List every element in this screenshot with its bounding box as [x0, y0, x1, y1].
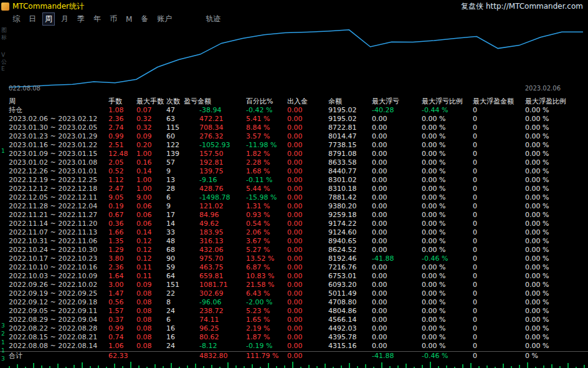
table-cell: 24 — [166, 342, 184, 351]
table-row[interactable]: 2022.11.14 ~ 2022.11.200.360.061449.620.… — [0, 220, 588, 228]
brand-link[interactable]: 复盘侠 http://MTCommander.com — [461, 1, 583, 12]
table-cell: 9 — [166, 167, 184, 176]
table-cell: 0.00 % — [422, 316, 473, 324]
table-cell: 2.19 % — [246, 324, 287, 333]
table-row[interactable]: 2022.12.26 ~ 2023.01.010.520.149139.751.… — [0, 167, 588, 176]
table-cell: 157.50 — [184, 150, 246, 158]
table-cell: 0.00 — [287, 202, 328, 211]
table-row[interactable]: 2022.12.12 ~ 2022.12.182.471.0028428.765… — [0, 185, 588, 193]
table-cell: 0 — [473, 342, 525, 351]
table-cell: 5.44 % — [246, 185, 287, 193]
table-row[interactable]: 2022.10.24 ~ 2022.10.301.290.1268432.065… — [0, 246, 588, 254]
table-row[interactable]: 2022.08.08 ~ 2022.08.141.060.0824-8.12-0… — [0, 342, 588, 351]
tab-summary[interactable]: 综 — [10, 12, 22, 26]
table-row[interactable]: 2022.09.12 ~ 2022.09.180.560.088-96.06-2… — [0, 298, 588, 307]
table-row[interactable]: 2022.09.19 ~ 2022.09.251.470.0822302.696… — [0, 289, 588, 298]
table-cell: 6093.20 — [328, 281, 372, 289]
table-cell: 1.64 — [108, 272, 136, 281]
table-cell: 1.87 % — [246, 333, 287, 342]
tick — [446, 366, 447, 368]
table-row[interactable]: 2022.11.28 ~ 2022.12.040.190.069121.021.… — [0, 202, 588, 211]
table-cell: 1.65 % — [246, 316, 287, 324]
table-row[interactable]: 2022.10.10 ~ 2022.10.162.360.1159463.756… — [0, 263, 588, 272]
table-row[interactable]: 2022.08.22 ~ 2022.08.280.990.081696.252.… — [0, 324, 588, 333]
table-cell: 0.00 % — [525, 272, 588, 281]
table-row[interactable]: 2023.01.23 ~ 2023.01.290.990.0960276.323… — [0, 132, 588, 141]
tab-month[interactable]: 月 — [59, 12, 71, 26]
table-cell: 0.00 — [372, 342, 422, 351]
table-cell: 276.32 — [184, 132, 246, 141]
table-row[interactable]: 2022.09.05 ~ 2022.09.111.570.0824238.725… — [0, 307, 588, 316]
table-row[interactable]: 2022.12.19 ~ 2022.12.251.121.0013-9.16-0… — [0, 176, 588, 185]
table-cell: 0 % — [525, 352, 588, 361]
table-row[interactable]: 持仓1.080.0747-38.94-0.42 %0.009195.02-40.… — [0, 106, 588, 115]
table-cell: 2022.09.26 ~ 2022.10.02 — [9, 281, 108, 289]
table-row[interactable]: 2023.02.06 ~ 2023.02.122.360.3263472.215… — [0, 115, 588, 123]
table-cell: 2023.01.16 ~ 2023.01.22 — [9, 141, 108, 150]
table-cell: 0.36 — [108, 220, 136, 228]
table-cell: 0.00 % — [422, 220, 473, 228]
table-cell: 2022.09.19 ~ 2022.09.25 — [9, 289, 108, 298]
total-row: 合计62.334832.80111.79 %0.00-41.88-0.46 %0… — [0, 351, 588, 360]
tab-quarter[interactable]: 季 — [75, 12, 87, 26]
table-cell: 0 — [473, 167, 525, 176]
table-cell: 0.00 — [372, 324, 422, 333]
table-cell: 13 — [166, 176, 184, 185]
table-cell: 1.31 % — [246, 202, 287, 211]
table-cell: 0.00 % — [422, 298, 473, 307]
table-cell: -1052.93 — [184, 141, 246, 150]
table-row[interactable]: 2023.01.16 ~ 2023.01.222.510.20122-1052.… — [0, 141, 588, 150]
tick — [41, 366, 42, 368]
table-row[interactable]: 2022.12.05 ~ 2022.12.119.059.006-1498.78… — [0, 193, 588, 202]
table-row[interactable]: 2022.10.17 ~ 2022.10.233.800.1290975.701… — [0, 254, 588, 263]
table-cell: 0.00 % — [422, 246, 473, 254]
table-cell: 0 — [473, 324, 525, 333]
table-cell: 1.06 — [108, 342, 136, 351]
tick — [292, 362, 293, 368]
table-cell: 80.62 — [184, 333, 246, 342]
table-row[interactable]: 2022.08.29 ~ 2022.09.040.370.08674.111.6… — [0, 316, 588, 324]
tab-account[interactable]: 账户 — [154, 12, 174, 26]
table-cell: 0.00 % — [422, 324, 473, 333]
column-header: 出入金 — [287, 97, 328, 106]
table-cell: 0 — [473, 123, 525, 132]
table-cell: 0.00 % — [422, 237, 473, 246]
table-cell: 428.76 — [184, 185, 246, 193]
table-row[interactable]: 2022.11.07 ~ 2022.11.131.660.1433183.952… — [0, 228, 588, 237]
table-cell: 0.00 % — [525, 202, 588, 211]
table-cell: 22 — [166, 289, 184, 298]
table-cell: 0.20 — [136, 141, 166, 150]
table-cell: 0.14 — [136, 167, 166, 176]
table-row[interactable]: 2022.08.15 ~ 2022.08.210.740.081680.621.… — [0, 333, 588, 342]
table-row[interactable]: 2023.01.09 ~ 2023.01.1512.481.00139157.5… — [0, 150, 588, 158]
equity-chart[interactable]: 022.08.08 2023.02.06 — [0, 26, 588, 92]
tab-memo[interactable]: 备 — [138, 12, 151, 26]
table-row[interactable]: 2022.10.03 ~ 2022.10.091.640.1164659.811… — [0, 272, 588, 281]
tab-year[interactable]: 年 — [91, 12, 103, 26]
table-cell: 0 — [473, 132, 525, 141]
table-cell: 0.00 — [372, 158, 422, 167]
table-cell: 0.12 — [136, 246, 166, 254]
table-row[interactable]: 2022.09.26 ~ 2022.10.023.000.091511081.7… — [0, 281, 588, 289]
table-cell: 151 — [166, 281, 184, 289]
table-cell — [136, 352, 166, 361]
tab-m[interactable]: M — [123, 14, 135, 25]
table-cell: 0.00 — [372, 123, 422, 132]
tab-week[interactable]: 周 — [42, 12, 55, 26]
table-row[interactable]: 2023.01.02 ~ 2023.01.082.050.1657192.812… — [0, 158, 588, 167]
table-row[interactable]: 2023.01.30 ~ 2023.02.052.740.32115708.34… — [0, 123, 588, 132]
table-row[interactable]: 2022.10.31 ~ 2022.11.061.350.1248316.133… — [0, 237, 588, 246]
tab-day[interactable]: 日 — [26, 12, 39, 26]
table-cell: 0 — [473, 115, 525, 123]
tick — [527, 362, 528, 368]
table-cell: 0.00 — [287, 324, 328, 333]
column-header: 手数 — [108, 97, 136, 106]
table-cell: 183.95 — [184, 228, 246, 237]
table-row[interactable]: 2022.11.21 ~ 2022.11.270.670.061784.960.… — [0, 211, 588, 220]
column-header: 最大浮亏 — [372, 97, 422, 106]
tab-currency[interactable]: 币 — [107, 12, 120, 26]
tab-track[interactable]: 轨迹 — [203, 12, 223, 26]
tick — [349, 363, 350, 368]
table-cell: 0.00 — [287, 246, 328, 254]
table-cell: 2023.01.23 ~ 2023.01.29 — [9, 132, 108, 141]
